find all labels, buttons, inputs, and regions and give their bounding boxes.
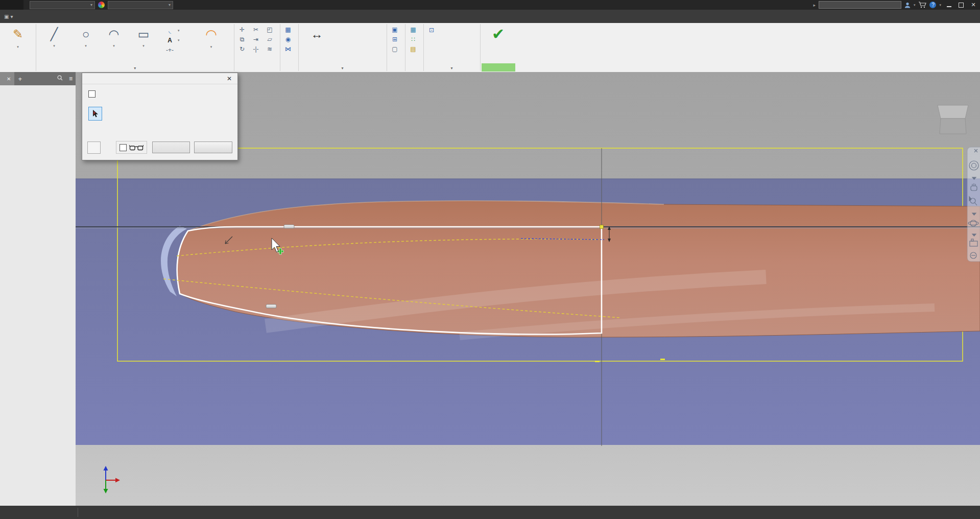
- search-input[interactable]: [819, 1, 901, 9]
- point-button[interactable]: -+-: [164, 45, 181, 55]
- panel-pattern: ▦ ◉ ⋈: [280, 23, 298, 72]
- text-icon: A: [166, 37, 174, 44]
- rotate-button[interactable]: ↻: [237, 44, 250, 54]
- window-title: [179, 2, 813, 9]
- faces-select-button[interactable]: [88, 107, 102, 121]
- panel-create: ╱ ▾ ○ ▾ ◠ ▾ ▭ ▾ ◟ ▾: [36, 23, 234, 72]
- mirror-button[interactable]: ⋈: [283, 44, 296, 54]
- dimension-button[interactable]: ↔: [301, 25, 333, 43]
- create-block-button[interactable]: ▢: [390, 44, 402, 54]
- browser-tab-model[interactable]: ✕: [0, 72, 14, 85]
- acad-button[interactable]: ▤: [408, 44, 421, 54]
- material-combo[interactable]: ▾: [30, 1, 95, 9]
- cart-icon[interactable]: [918, 2, 926, 8]
- points-button[interactable]: ∷: [408, 34, 421, 44]
- panel-format: ⊡: [424, 23, 480, 72]
- navigation-bar[interactable]: [967, 147, 980, 262]
- copy-icon: ⧉: [238, 36, 246, 43]
- dialog-help-button[interactable]: [87, 141, 101, 154]
- panel-label-constrain[interactable]: [299, 64, 387, 72]
- color-wheel-icon[interactable]: [98, 2, 105, 8]
- viewcube[interactable]: [938, 105, 968, 134]
- grip-handle[interactable]: [266, 304, 276, 308]
- rectangle-button[interactable]: ▭ ▾: [127, 25, 160, 49]
- grip-handle[interactable]: [284, 225, 294, 228]
- image-icon: ▦: [410, 26, 417, 33]
- rotate-icon: ↻: [238, 45, 246, 53]
- user-menu[interactable]: ▾: [904, 2, 916, 8]
- yellow-tick: [660, 359, 665, 360]
- ribbon: ✎ ▾ ╱ ▾ ○ ▾ ◠ ▾: [0, 23, 980, 73]
- chevron-down-icon: ▾: [914, 3, 916, 7]
- cancel-button[interactable]: [194, 141, 232, 153]
- close-button[interactable]: ✕: [969, 2, 978, 9]
- help-icon[interactable]: ?: [929, 2, 936, 8]
- add-browser-tab-button[interactable]: +: [14, 75, 26, 83]
- chevron-down-icon: ▾: [939, 3, 941, 7]
- scale-button[interactable]: ◰: [265, 25, 277, 34]
- project-checkbox[interactable]: [88, 90, 95, 98]
- make-components-icon: ⊞: [391, 36, 399, 43]
- minimize-button[interactable]: [944, 2, 953, 9]
- rectangle-icon: ▭: [138, 26, 150, 43]
- trim-button[interactable]: ✂: [251, 25, 264, 34]
- create-block-icon: ▢: [391, 45, 399, 53]
- extend-icon: ⇥: [252, 36, 260, 43]
- project-face-icon: ◠: [205, 26, 217, 43]
- inventor-logo: [0, 0, 23, 10]
- browser-menu-icon[interactable]: ≡: [66, 75, 76, 82]
- panel-label-insert[interactable]: [405, 64, 423, 72]
- sketch-corner-point: [600, 225, 604, 229]
- circular-pattern-button[interactable]: ◉: [283, 34, 296, 44]
- browser-search-icon[interactable]: [54, 75, 66, 82]
- arc-icon: ◠: [109, 26, 119, 43]
- make-components-button[interactable]: ⊞: [390, 34, 402, 44]
- line-button[interactable]: ╱ ▾: [39, 25, 69, 49]
- restore-button[interactable]: [957, 2, 966, 9]
- copy-button[interactable]: ⧉: [237, 34, 250, 44]
- offset-button[interactable]: ≋: [265, 44, 277, 54]
- panel-layout: ▣ ⊞ ▢: [387, 23, 405, 72]
- show-format-button[interactable]: ⊡: [426, 25, 477, 35]
- offset-icon: ≋: [266, 45, 274, 53]
- panel-label-modify[interactable]: [234, 64, 280, 72]
- chevron-down-icon: ▾: [90, 3, 92, 7]
- make-part-button[interactable]: ▣: [390, 25, 402, 34]
- dialog-title-bar[interactable]: ✕: [82, 73, 237, 84]
- circle-button[interactable]: ○ ▾: [70, 25, 101, 49]
- fillet-icon: ◟: [166, 27, 174, 34]
- start-2d-sketch-button[interactable]: ✎ ▾: [3, 25, 33, 50]
- stretch-icon: ▱: [266, 36, 274, 43]
- move-icon: ✛: [238, 26, 246, 33]
- panel-label-sketch[interactable]: [0, 64, 36, 72]
- preview-checkbox[interactable]: [119, 144, 127, 151]
- panel-label-exit[interactable]: [482, 63, 515, 72]
- extend-button[interactable]: ⇥: [251, 34, 264, 44]
- expand-arrow-icon[interactable]: ▸: [813, 3, 816, 8]
- panel-label-format[interactable]: [424, 64, 480, 72]
- dialog-close-icon[interactable]: ✕: [225, 75, 233, 82]
- preview-group: [116, 141, 147, 154]
- finish-sketch-button[interactable]: ✔: [483, 25, 514, 43]
- appearance-combo[interactable]: ▾: [108, 1, 173, 9]
- split-button[interactable]: -|-: [251, 44, 264, 54]
- arc-button[interactable]: ◠ ▾: [102, 25, 126, 49]
- panel-label-create[interactable]: [36, 64, 234, 72]
- project-to-3d-sketch-button[interactable]: ◠ ▾: [192, 25, 231, 50]
- image-button[interactable]: ▦: [408, 25, 421, 34]
- rectangular-pattern-button[interactable]: ▦: [283, 25, 296, 34]
- close-icon[interactable]: ✕: [7, 76, 11, 82]
- move-button[interactable]: ✛: [237, 25, 250, 34]
- text-button[interactable]: A ▾: [164, 35, 181, 45]
- stretch-button[interactable]: ▱: [265, 34, 277, 44]
- overflow-icon: ▣: [4, 14, 9, 19]
- ok-button[interactable]: [152, 141, 190, 153]
- fillet-button[interactable]: ◟ ▾: [164, 26, 181, 35]
- tab-overflow[interactable]: ▣ ▾: [0, 10, 17, 23]
- panel-insert: ▦ ∷ ▤: [405, 23, 423, 72]
- point-icon: -+-: [166, 46, 174, 54]
- panel-label-pattern[interactable]: [280, 64, 298, 72]
- panel-label-layout[interactable]: [387, 64, 405, 72]
- circle-icon: ○: [82, 26, 90, 43]
- project-to-3d-sketch-dialog[interactable]: ✕: [82, 73, 238, 160]
